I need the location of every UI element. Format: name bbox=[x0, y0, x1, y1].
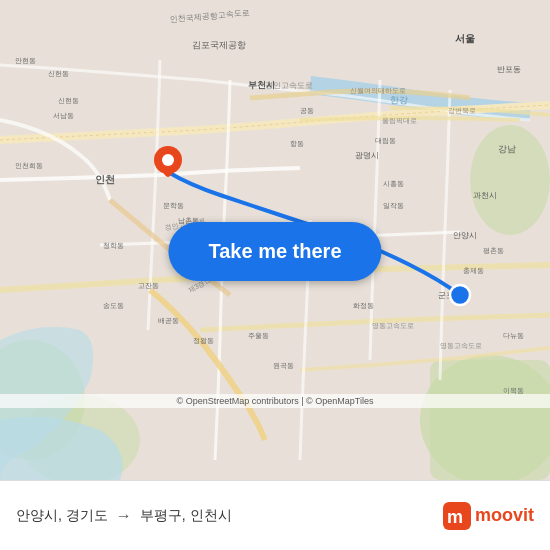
svg-text:시흥동: 시흥동 bbox=[383, 180, 404, 188]
svg-text:대림동: 대림동 bbox=[375, 137, 396, 145]
svg-text:서남동: 서남동 bbox=[53, 112, 74, 120]
svg-point-2 bbox=[470, 125, 550, 235]
svg-text:서울: 서울 bbox=[455, 33, 475, 44]
svg-text:인천희동: 인천희동 bbox=[15, 162, 43, 169]
svg-text:신월여의대하도로: 신월여의대하도로 bbox=[350, 87, 406, 94]
svg-text:신현동: 신현동 bbox=[58, 97, 79, 104]
svg-text:김포국제공항: 김포국제공항 bbox=[192, 40, 246, 50]
svg-text:강남: 강남 bbox=[498, 144, 516, 154]
svg-text:강변북로: 강변북로 bbox=[448, 107, 476, 115]
svg-text:배곧동: 배곧동 bbox=[158, 317, 179, 324]
svg-text:주울동: 주울동 bbox=[248, 332, 269, 339]
take-me-there-button[interactable]: Take me there bbox=[168, 222, 381, 281]
svg-text:인천: 인천 bbox=[95, 174, 115, 185]
svg-rect-5 bbox=[430, 360, 550, 480]
svg-text:영동고속도로: 영동고속도로 bbox=[372, 322, 414, 330]
map-container: 인천국제공항고속도로 경인고속도로 서울 한강 강변북로 반포동 강남 올림픽대… bbox=[0, 0, 550, 480]
svg-text:청학동: 청학동 bbox=[103, 242, 124, 250]
svg-text:평촌동: 평촌동 bbox=[483, 247, 504, 254]
svg-text:광명시: 광명시 bbox=[355, 151, 379, 160]
svg-text:영동고속도로: 영동고속도로 bbox=[440, 342, 482, 350]
route-info: 안양시, 경기도 → 부평구, 인천시 bbox=[16, 507, 443, 525]
svg-text:올림픽대로: 올림픽대로 bbox=[382, 117, 417, 125]
svg-text:정왕동: 정왕동 bbox=[193, 337, 214, 345]
svg-text:한강: 한강 bbox=[390, 95, 408, 105]
svg-text:송도동: 송도동 bbox=[103, 302, 124, 309]
svg-text:항동: 항동 bbox=[290, 140, 304, 147]
svg-point-54 bbox=[162, 154, 174, 166]
svg-text:신헌동: 신헌동 bbox=[48, 70, 69, 77]
svg-text:충제동: 충제동 bbox=[463, 267, 484, 275]
svg-text:화정동: 화정동 bbox=[353, 302, 374, 309]
moovit-icon: m bbox=[443, 502, 471, 530]
footer: 안양시, 경기도 → 부평구, 인천시 m moovit bbox=[0, 480, 550, 550]
origin-label: 안양시, 경기도 bbox=[16, 507, 108, 525]
svg-text:문학동: 문학동 bbox=[163, 202, 184, 210]
svg-text:반포동: 반포동 bbox=[497, 65, 521, 74]
svg-text:고잔동: 고잔동 bbox=[138, 282, 159, 289]
destination-label: 부평구, 인천시 bbox=[140, 507, 232, 525]
svg-text:안양시: 안양시 bbox=[453, 231, 477, 240]
svg-text:원곡동: 원곡동 bbox=[273, 362, 294, 370]
arrow-icon: → bbox=[116, 507, 132, 525]
map-attribution: © OpenStreetMap contributors | © OpenMap… bbox=[0, 394, 550, 408]
moovit-text: moovit bbox=[475, 505, 534, 526]
svg-text:공동: 공동 bbox=[300, 107, 314, 115]
svg-text:일작동: 일작동 bbox=[383, 202, 404, 210]
moovit-logo: m moovit bbox=[443, 502, 534, 530]
svg-text:m: m bbox=[447, 507, 463, 527]
svg-text:과천시: 과천시 bbox=[473, 191, 497, 200]
svg-text:안현동: 안현동 bbox=[15, 57, 36, 64]
svg-point-52 bbox=[450, 285, 470, 305]
svg-text:다뉴동: 다뉴동 bbox=[503, 332, 524, 339]
svg-text:부천시: 부천시 bbox=[248, 80, 275, 90]
